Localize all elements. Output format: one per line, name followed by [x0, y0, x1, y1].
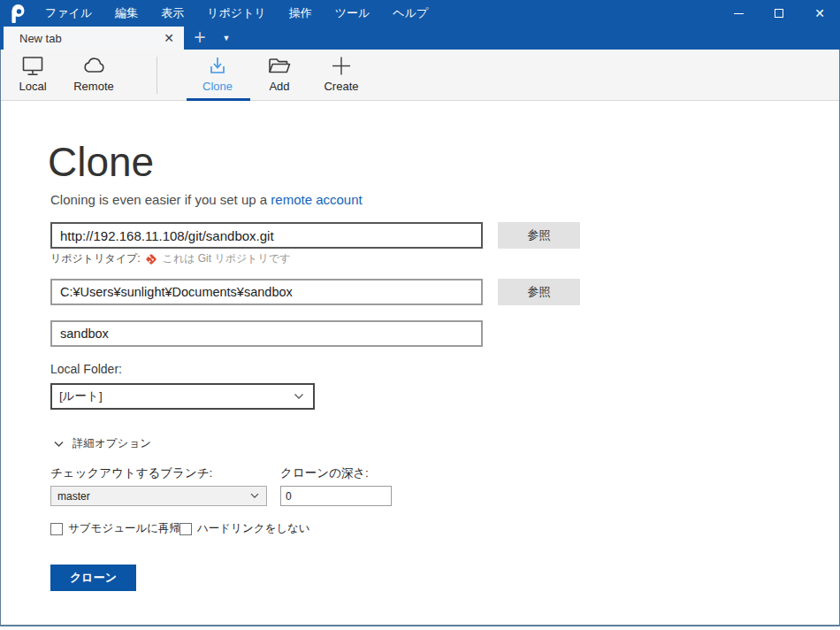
cloud-icon [80, 54, 107, 79]
checkbox-icon[interactable] [179, 523, 192, 535]
recurse-submodules-label: サブモジュールに再帰 [68, 521, 180, 536]
menu-help[interactable]: ヘルプ [381, 0, 439, 27]
minimize-icon [734, 13, 744, 14]
browse-destination-button[interactable]: 参照 [498, 279, 580, 305]
tab-list-caret-icon[interactable]: ▼ [218, 27, 235, 50]
toolbar-create-label: Create [310, 80, 372, 93]
toolbar-add-label: Add [248, 80, 310, 93]
toolbar-add[interactable]: Add [248, 54, 310, 98]
menu-bar: ファイル 編集 表示 リポジトリ 操作 ツール ヘルプ [34, 0, 439, 27]
sourcetree-logo-icon [9, 3, 27, 24]
local-folder-value: [ルート] [59, 388, 294, 404]
subtitle: Cloning is even easier if you set up a r… [50, 192, 363, 207]
recurse-submodules-checkbox[interactable]: サブモジュールに再帰 [50, 521, 180, 536]
toolbar-local[interactable]: Local [2, 54, 64, 98]
local-folder-label: Local Folder: [50, 362, 122, 376]
repo-type-label: リポジトリタイプ: [50, 251, 141, 266]
tab-bar: New tab ✕ + ▼ [0, 27, 840, 50]
window-border-left [0, 50, 1, 625]
new-tab-button[interactable]: + [187, 27, 212, 50]
subtitle-text: Cloning is even easier if you set up a [50, 192, 271, 207]
toolbar-create[interactable]: Create [310, 54, 372, 98]
plus-icon [328, 54, 355, 79]
chevron-down-icon [294, 393, 304, 400]
toolbar: Local Remote Clone Add Create [1, 50, 839, 101]
close-button[interactable]: ✕ [799, 0, 840, 27]
clone-depth-input[interactable] [280, 486, 392, 506]
menu-view[interactable]: 表示 [149, 0, 195, 27]
toolbar-local-label: Local [2, 80, 64, 93]
toolbar-clone-label: Clone [187, 80, 248, 93]
repo-type-row: リポジトリタイプ: これは Git リポジトリです [50, 252, 290, 265]
toolbar-remote-label: Remote [63, 80, 125, 93]
source-url-input[interactable] [50, 222, 483, 249]
menu-repository[interactable]: リポジトリ [195, 0, 278, 27]
clone-button[interactable]: クローン [50, 565, 136, 591]
tab-label: New tab [19, 32, 164, 45]
no-hardlinks-checkbox[interactable]: ハードリンクをしない [179, 521, 310, 536]
maximize-icon [775, 9, 783, 18]
menu-file[interactable]: ファイル [34, 0, 103, 27]
branch-select[interactable]: master [50, 486, 267, 506]
monitor-icon [19, 54, 46, 79]
checkbox-icon[interactable] [50, 523, 63, 535]
depth-label: クローンの深さ: [280, 465, 369, 481]
menu-tools[interactable]: ツール [324, 0, 382, 27]
advanced-options-label: 詳細オプション [73, 436, 151, 451]
menu-actions[interactable]: 操作 [278, 0, 324, 27]
page-title: Clone [48, 140, 154, 185]
branch-value: master [57, 490, 250, 503]
menu-edit[interactable]: 編集 [103, 0, 149, 27]
titlebar: ファイル 編集 表示 リポジトリ 操作 ツール ヘルプ ✕ [0, 0, 840, 27]
local-folder-select[interactable]: [ルート] [50, 383, 315, 410]
destination-path-input[interactable] [50, 279, 483, 305]
remote-account-link[interactable]: remote account [271, 192, 362, 207]
advanced-options-toggle[interactable]: 詳細オプション [54, 436, 151, 451]
no-hardlinks-label: ハードリンクをしない [197, 521, 310, 536]
maximize-button[interactable] [759, 0, 799, 27]
toolbar-remote[interactable]: Remote [63, 54, 125, 98]
chevron-down-icon [54, 441, 64, 448]
active-tool-underline [187, 98, 250, 101]
minimize-button[interactable] [718, 0, 759, 27]
sourcetree-window: { "window": { "menu_items": [ { "label":… [0, 0, 840, 630]
chevron-down-icon [250, 493, 259, 499]
window-border-under [0, 626, 840, 630]
git-logo-icon [145, 253, 157, 265]
branch-label: チェックアウトするブランチ: [50, 465, 212, 481]
browse-source-button[interactable]: 参照 [498, 222, 580, 249]
window-controls: ✕ [718, 0, 840, 27]
repo-type-value: これは Git リポジトリです [163, 251, 291, 266]
close-icon: ✕ [814, 7, 825, 19]
toolbar-clone[interactable]: Clone [187, 54, 248, 98]
tab-close-icon[interactable]: ✕ [164, 32, 174, 44]
tab-new-tab[interactable]: New tab ✕ [4, 27, 184, 50]
folder-icon [266, 54, 293, 79]
repo-name-input[interactable] [50, 320, 483, 347]
toolbar-separator [157, 57, 157, 94]
download-icon [204, 54, 231, 79]
